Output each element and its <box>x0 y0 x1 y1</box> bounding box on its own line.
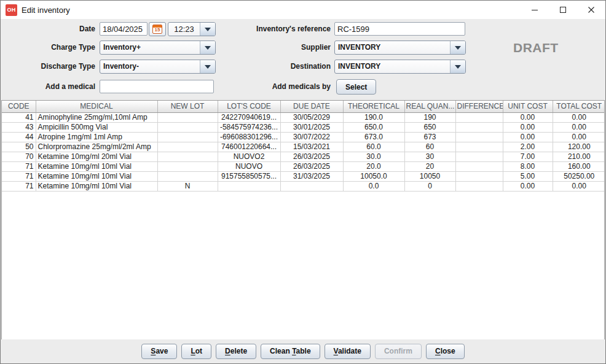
table-cell[interactable]: 30/01/2025 <box>280 122 343 132</box>
table-cell[interactable] <box>157 112 218 122</box>
save-button[interactable]: Save <box>141 344 177 359</box>
destination-combobox[interactable]: INVENTORY <box>334 60 466 74</box>
table-cell[interactable] <box>157 161 218 171</box>
table-cell[interactable]: 50250.00 <box>553 171 605 181</box>
table-cell[interactable]: 120.00 <box>553 142 605 152</box>
delete-button[interactable]: Delete <box>216 344 256 359</box>
table-cell[interactable]: NUOVO <box>218 161 280 171</box>
table-cell[interactable]: 30/05/2029 <box>280 112 343 122</box>
column-header[interactable]: CODE <box>2 101 36 112</box>
table-cell[interactable]: -584575974236... <box>218 122 280 132</box>
table-cell[interactable]: Chlorpromazine 25mg/ml/2ml Amp <box>36 142 157 152</box>
confirm-button[interactable]: Confirm <box>375 344 422 359</box>
column-header[interactable]: DIFFERENCE <box>455 101 503 112</box>
table-cell[interactable]: NUOVO2 <box>218 152 280 161</box>
table-cell[interactable]: 190 <box>404 112 455 122</box>
maximize-button[interactable] <box>549 1 577 19</box>
table-row[interactable]: 50Chlorpromazine 25mg/ml/2ml Amp74600122… <box>2 142 605 152</box>
table-cell[interactable]: Ketamine 10mg/ml 10ml Vial <box>36 181 157 191</box>
table-cell[interactable] <box>455 112 503 122</box>
add-medical-input[interactable] <box>100 80 214 93</box>
table-row[interactable]: 71Ketamine 10mg/ml 10ml Vial915755850575… <box>2 171 605 181</box>
table-cell[interactable]: 0.0 <box>343 181 404 191</box>
table-row[interactable]: 44Atropine 1mg/ml 1ml Amp-696088301296..… <box>2 132 605 142</box>
table-cell[interactable] <box>455 132 503 142</box>
table-cell[interactable]: 5.00 <box>503 171 553 181</box>
table-cell[interactable]: 673 <box>404 132 455 142</box>
table-cell[interactable]: 210.00 <box>553 152 605 161</box>
table-cell[interactable]: 44 <box>2 132 36 142</box>
table-cell[interactable] <box>455 152 503 161</box>
table-cell[interactable]: Aminophyline 25mg/ml,10ml Amp <box>36 112 157 122</box>
table-cell[interactable]: 0.00 <box>503 122 553 132</box>
table-row[interactable]: 71Ketamine 10mg/ml 10ml VialN0.000.000.0… <box>2 181 605 191</box>
table-cell[interactable]: 0.00 <box>553 181 605 191</box>
column-header[interactable]: NEW LOT <box>157 101 218 112</box>
table-cell[interactable] <box>455 142 503 152</box>
table-cell[interactable]: 60.0 <box>343 142 404 152</box>
minimize-button[interactable] <box>521 1 549 19</box>
table-cell[interactable] <box>280 181 343 191</box>
table-cell[interactable]: 15/03/2021 <box>280 142 343 152</box>
table-row[interactable]: 71Ketamine 10mg/ml 10ml VialNUOVO26/03/2… <box>2 161 605 171</box>
table-cell[interactable]: Ketamine 10mg/ml 10ml Vial <box>36 161 157 171</box>
column-header[interactable]: UNIT COST <box>503 101 553 112</box>
table-cell[interactable]: 7.00 <box>503 152 553 161</box>
destination-dropdown-arrow[interactable] <box>450 60 465 73</box>
column-header[interactable]: DUE DATE <box>280 101 343 112</box>
table-cell[interactable]: N <box>157 181 218 191</box>
lot-button[interactable]: Lot <box>181 344 211 359</box>
table-cell[interactable]: 915755850575... <box>218 171 280 181</box>
table-cell[interactable]: 746001220664... <box>218 142 280 152</box>
table-row[interactable]: 70Ketamine 10mg/ml 20ml VialNUOVO226/03/… <box>2 152 605 161</box>
reference-input[interactable] <box>334 22 465 36</box>
table-cell[interactable]: 26/03/2025 <box>280 161 343 171</box>
close-button[interactable]: Close <box>426 344 465 359</box>
table-cell[interactable]: 0.00 <box>553 122 605 132</box>
table-cell[interactable]: 8.00 <box>503 161 553 171</box>
table-cell[interactable]: 31/03/2025 <box>280 171 343 181</box>
column-header[interactable]: TOTAL COST <box>553 101 605 112</box>
table-cell[interactable]: 71 <box>2 161 36 171</box>
table-cell[interactable]: 43 <box>2 122 36 132</box>
table-cell[interactable]: 71 <box>2 171 36 181</box>
charge-type-dropdown-arrow[interactable] <box>200 41 215 54</box>
table-cell[interactable]: 30/07/2022 <box>280 132 343 142</box>
supplier-dropdown-arrow[interactable] <box>450 41 465 54</box>
column-header[interactable]: REAL QUAN... <box>404 101 455 112</box>
table-cell[interactable]: 70 <box>2 152 36 161</box>
table-cell[interactable]: 10050 <box>404 171 455 181</box>
table-cell[interactable] <box>455 122 503 132</box>
table-cell[interactable]: 41 <box>2 112 36 122</box>
table-cell[interactable]: 10050.0 <box>343 171 404 181</box>
table-cell[interactable] <box>157 122 218 132</box>
table-cell[interactable]: 0.00 <box>553 112 605 122</box>
table-cell[interactable]: -696088301296... <box>218 132 280 142</box>
table-cell[interactable]: 2.00 <box>503 142 553 152</box>
close-button-titlebar[interactable] <box>577 1 605 19</box>
table-cell[interactable]: 30 <box>404 152 455 161</box>
table-cell[interactable]: 20.0 <box>343 161 404 171</box>
table-cell[interactable]: 242270940619... <box>218 112 280 122</box>
table-cell[interactable]: 650 <box>404 122 455 132</box>
table-cell[interactable]: Ketamine 10mg/ml 10ml Vial <box>36 171 157 181</box>
table-cell[interactable] <box>455 181 503 191</box>
time-combobox[interactable]: 12:23 <box>168 22 216 36</box>
supplier-combobox[interactable]: INVENTORY <box>334 41 466 55</box>
discharge-type-combobox[interactable]: Inventory- <box>100 60 216 74</box>
table-cell[interactable]: 30.0 <box>343 152 404 161</box>
column-header[interactable]: MEDICAL <box>36 101 157 112</box>
table-cell[interactable]: Ketamine 10mg/ml 20ml Vial <box>36 152 157 161</box>
table-cell[interactable]: 71 <box>2 181 36 191</box>
table-cell[interactable] <box>157 152 218 161</box>
charge-type-combobox[interactable]: Inventory+ <box>100 41 216 55</box>
table-cell[interactable] <box>157 132 218 142</box>
table-cell[interactable]: 50 <box>2 142 36 152</box>
table-cell[interactable]: 190.0 <box>343 112 404 122</box>
table-cell[interactable] <box>455 161 503 171</box>
table-row[interactable]: 41Aminophyline 25mg/ml,10ml Amp242270940… <box>2 112 605 122</box>
table-cell[interactable] <box>218 181 280 191</box>
table-cell[interactable]: 650.0 <box>343 122 404 132</box>
table-cell[interactable]: 20 <box>404 161 455 171</box>
calendar-button[interactable]: 15 <box>149 22 166 36</box>
